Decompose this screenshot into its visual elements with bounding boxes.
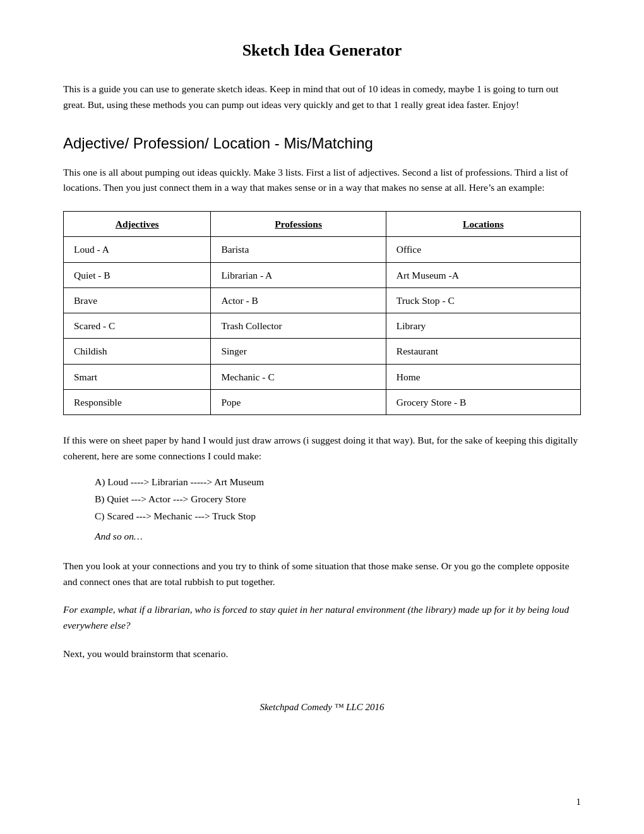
italic-paragraph-normal: what if a librarian, who is forced to st… [63,604,569,631]
list-item: A) Loud ----> Librarian -----> Art Museu… [95,474,581,489]
italic-paragraph: For example, what if a librarian, who is… [63,602,581,634]
table-cell: Responsible [64,389,211,414]
table-cell: Barista [211,237,386,262]
table-row: BraveActor - BTruck Stop - C [64,287,581,313]
table-row: ChildishSingerRestaurant [64,339,581,364]
table-cell: Art Museum -A [386,262,580,287]
table-cell: Grocery Store - B [386,389,580,414]
and-so-on: And so on… [95,529,581,543]
locations-header: Locations [386,212,580,237]
table-cell: Smart [64,364,211,389]
table-cell: Singer [211,339,386,364]
table-cell: Loud - A [64,237,211,262]
table-cell: Brave [64,287,211,313]
table-cell: Library [386,313,580,339]
table-cell: Trash Collector [211,313,386,339]
adjectives-header: Adjectives [64,212,211,237]
footer: Sketchpad Comedy ™ LLC 2016 [63,700,581,715]
for-example-italic: For example, [63,604,116,615]
page-title: Sketch Idea Generator [63,38,581,63]
table-cell: Mechanic - C [211,364,386,389]
adjective-profession-location-table: Adjectives Professions Locations Loud - … [63,211,581,415]
table-row: SmartMechanic - CHome [64,364,581,389]
table-row: Scared - CTrash CollectorLibrary [64,313,581,339]
table-cell: Actor - B [211,287,386,313]
section-description: This one is all about pumping out ideas … [63,165,581,196]
connections-list: A) Loud ----> Librarian -----> Art Museu… [95,474,581,524]
page: Sketch Idea Generator This is a guide yo… [0,0,644,834]
table-container: Adjectives Professions Locations Loud - … [63,211,581,415]
paragraph2: Next, you would brainstorm that scenario… [63,646,581,662]
section-heading: Adjective/ Profession/ Location - Mis/Ma… [63,132,581,155]
table-header-row: Adjectives Professions Locations [64,212,581,237]
table-cell: Pope [211,389,386,414]
table-cell: Restaurant [386,339,580,364]
intro-text: This is a guide you can use to generate … [63,82,581,113]
table-row: Loud - ABaristaOffice [64,237,581,262]
table-cell: Librarian - A [211,262,386,287]
table-cell: Home [386,364,580,389]
list-item: B) Quiet ---> Actor ---> Grocery Store [95,492,581,506]
page-number: 1 [576,795,581,809]
table-cell: Childish [64,339,211,364]
connections-intro: If this were on sheet paper by hand I wo… [63,433,581,464]
professions-header: Professions [211,212,386,237]
table-row: ResponsiblePopeGrocery Store - B [64,389,581,414]
table-cell: Quiet - B [64,262,211,287]
table-cell: Office [386,237,580,262]
paragraph1: Then you look at your connections and yo… [63,559,581,590]
table-row: Quiet - BLibrarian - AArt Museum -A [64,262,581,287]
table-cell: Scared - C [64,313,211,339]
list-item: C) Scared ---> Mechanic ---> Truck Stop [95,509,581,523]
table-cell: Truck Stop - C [386,287,580,313]
